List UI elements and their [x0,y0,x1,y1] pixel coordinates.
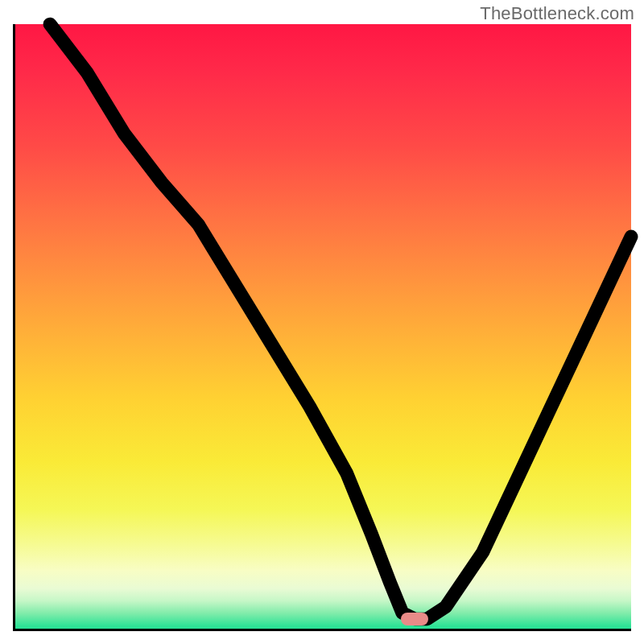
bottleneck-curve [50,24,631,619]
curve-layer [13,24,631,631]
chart-figure: TheBottleneck.com [0,0,644,644]
plot-area [13,24,631,631]
watermark-text: TheBottleneck.com [480,3,634,24]
optimum-marker [401,613,428,625]
